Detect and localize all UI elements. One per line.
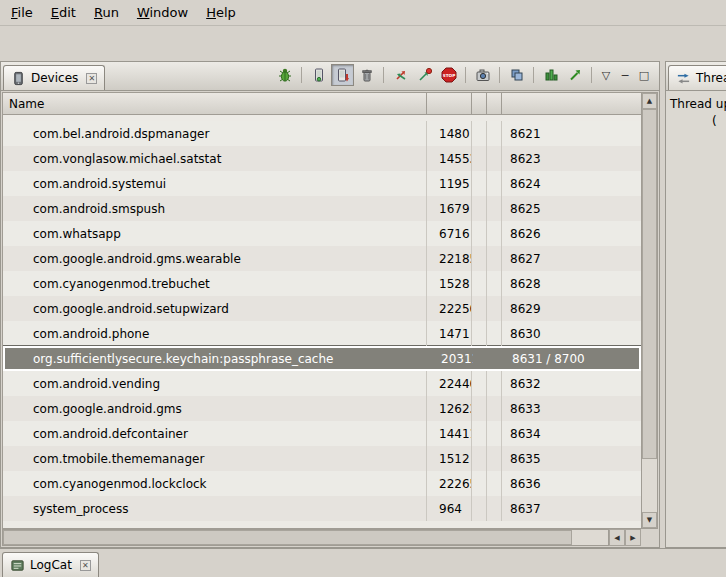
update-heap-icon	[311, 67, 327, 83]
empty-cell	[487, 171, 502, 196]
scroll-right-icon[interactable]: ▶	[625, 529, 641, 546]
screen-capture-button[interactable]	[471, 64, 494, 86]
menu-help[interactable]: Help	[197, 1, 245, 24]
dump-hprof-button[interactable]	[331, 64, 354, 86]
process-port: 8623	[502, 146, 641, 171]
column-header-pid[interactable]	[427, 93, 472, 114]
table-row[interactable]: com.android.phone 1471 8630	[3, 321, 641, 346]
menu-bar: File Edit Run Window Help	[0, 0, 726, 26]
column-header-a[interactable]	[472, 93, 487, 114]
toolbar-separator	[465, 67, 466, 83]
empty-cell	[489, 348, 504, 369]
logcat-strip: LogCat ✕	[0, 548, 726, 577]
table-row-selected[interactable]: org.sufficientlysecure.keychain:passphra…	[3, 346, 641, 371]
tab-threads-label: Threads	[696, 71, 726, 85]
table-row[interactable]: com.cyanogenmod.lockclock 22265 8636	[3, 471, 641, 496]
method-profiling-icon	[417, 67, 433, 83]
vertical-scroll-track[interactable]	[642, 459, 657, 512]
table-row[interactable]: system_process 964 8637	[3, 496, 641, 521]
debug-icon	[277, 67, 293, 83]
update-heap-button[interactable]	[307, 64, 330, 86]
process-port: 8636	[502, 471, 641, 496]
process-name: com.bel.android.dspmanager	[3, 121, 427, 146]
process-pid: 1512	[427, 446, 472, 471]
empty-cell	[487, 196, 502, 221]
table-row[interactable]: com.android.smspush 1679 8625	[3, 196, 641, 221]
update-threads-icon	[393, 67, 409, 83]
menu-run[interactable]: Run	[85, 1, 128, 24]
tab-devices[interactable]: Devices ✕	[3, 65, 105, 90]
process-pid: 22265	[427, 471, 472, 496]
menu-edit[interactable]: Edit	[42, 1, 85, 24]
empty-cell	[472, 221, 487, 246]
screen-record-button[interactable]	[505, 64, 528, 86]
process-name: com.android.phone	[3, 321, 427, 346]
process-name: com.cyanogenmod.trebuchet	[3, 271, 427, 296]
scroll-left-icon[interactable]: ◀	[609, 529, 625, 546]
vertical-scrollbar[interactable]: ▲ ▼	[641, 92, 658, 529]
tracer-button[interactable]	[539, 64, 562, 86]
menu-file[interactable]: File	[2, 1, 42, 24]
empty-cell	[472, 196, 487, 221]
tab-devices-label: Devices	[31, 71, 78, 85]
process-name: com.whatsapp	[3, 221, 427, 246]
scroll-up-icon[interactable]: ▲	[642, 93, 657, 109]
tab-logcat-label: LogCat	[30, 558, 72, 572]
table-row[interactable]: com.google.android.gms 12623 8633	[3, 396, 641, 421]
stop-button[interactable]: STOP	[437, 64, 460, 86]
empty-cell	[472, 171, 487, 196]
scroll-down-icon[interactable]: ▼	[642, 512, 657, 528]
table-row[interactable]: com.bel.android.dspmanager 1480 8621	[3, 121, 641, 146]
tab-threads[interactable]: Threads ✕	[668, 65, 726, 90]
process-name: com.android.defcontainer	[3, 421, 427, 446]
process-port: 8627	[502, 246, 641, 271]
process-port: 8632	[502, 371, 641, 396]
column-header-port[interactable]	[502, 93, 641, 114]
debug-button[interactable]	[273, 64, 296, 86]
svg-text:STOP: STOP	[442, 73, 455, 78]
opengl-trace-button[interactable]	[563, 64, 586, 86]
update-threads-button[interactable]	[389, 64, 412, 86]
table-row[interactable]: com.android.systemui 1195 8624	[3, 171, 641, 196]
toolbar-separator	[499, 67, 500, 83]
toolbar-separator	[383, 67, 384, 83]
close-icon[interactable]: ✕	[86, 73, 97, 84]
process-pid: 22250	[427, 296, 472, 321]
column-header-name[interactable]: Name	[3, 93, 427, 114]
table-row[interactable]: com.tmobile.thememanager 1512 8635	[3, 446, 641, 471]
process-name: com.tmobile.thememanager	[3, 446, 427, 471]
horizontal-scroll-track[interactable]	[2, 529, 609, 546]
table-row[interactable]: com.vonglasow.michael.satstat 14553 8623	[3, 146, 641, 171]
column-header-b[interactable]	[487, 93, 502, 114]
table-row[interactable]: com.cyanogenmod.trebuchet 1528 8628	[3, 271, 641, 296]
cause-gc-button[interactable]	[355, 64, 378, 86]
vertical-scroll-thumb[interactable]	[642, 109, 657, 459]
table-row[interactable]: com.google.android.gms.wearable 22185 86…	[3, 246, 641, 271]
process-pid: 14553	[427, 146, 472, 171]
process-name: com.android.systemui	[3, 171, 427, 196]
empty-cell	[487, 496, 502, 521]
devices-view-header: Devices ✕	[1, 62, 659, 91]
process-name: com.vonglasow.michael.satstat	[3, 146, 427, 171]
process-pid: 1528	[427, 271, 472, 296]
table-header: Name	[3, 93, 641, 115]
process-pid: 20311	[429, 348, 474, 369]
empty-cell	[487, 371, 502, 396]
maximize-button[interactable]: □	[635, 66, 653, 84]
tab-logcat[interactable]: LogCat ✕	[2, 552, 99, 577]
threads-view: Threads ✕ Thread up (	[665, 61, 726, 548]
horizontal-scroll-thumb[interactable]	[3, 530, 572, 545]
table-row[interactable]: com.google.android.setupwizard 22250 862…	[3, 296, 641, 321]
process-pid: 22185	[427, 246, 472, 271]
table-row[interactable]: com.android.vending 22440 8632	[3, 371, 641, 396]
horizontal-scrollbar[interactable]: ◀ ▶	[2, 529, 658, 546]
empty-cell	[472, 371, 487, 396]
method-profiling-button[interactable]	[413, 64, 436, 86]
table-row[interactable]: com.android.defcontainer 14411 8634	[3, 421, 641, 446]
view-menu-button[interactable]: ▽	[597, 66, 615, 84]
empty-cell	[472, 121, 487, 146]
close-icon[interactable]: ✕	[80, 560, 91, 571]
table-row[interactable]: com.whatsapp 6716 8626	[3, 221, 641, 246]
minimize-button[interactable]: −	[616, 66, 634, 84]
menu-window[interactable]: Window	[128, 1, 197, 24]
